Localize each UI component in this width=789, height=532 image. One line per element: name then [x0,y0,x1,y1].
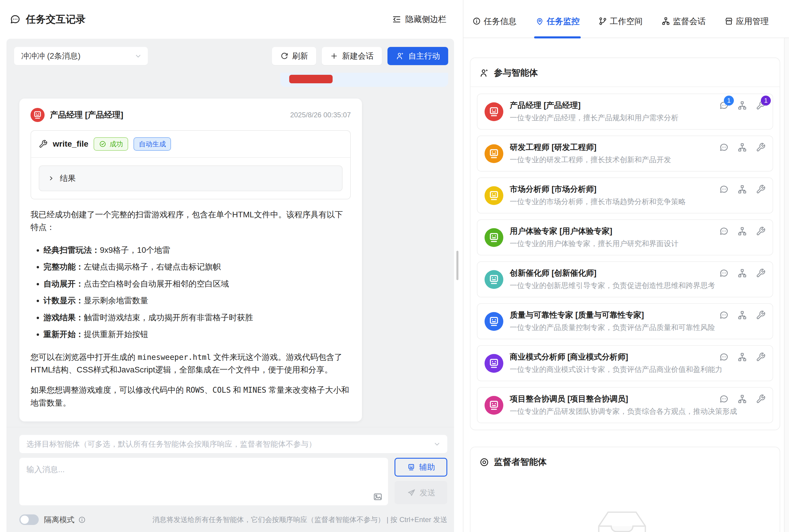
assist-label: 辅助 [419,462,435,473]
agent-name: 市场分析师 [市场分析师] [510,184,596,194]
agent-name: 商业模式分析师 [商业模式分析师] [510,352,628,362]
agent-avatar [485,228,503,247]
message-card: 产品经理 [产品经理] 2025/8/26 00:35:07 write_fil… [19,98,362,421]
chat-count-badge: 1 [724,96,734,106]
partial-red-button[interactable] [289,75,333,83]
agent-description: 一位专业的产品经理，擅长产品规划和用户需求分析 [510,113,766,122]
hide-sidebar-label: 隐藏侧边栏 [405,14,446,25]
agent-sitemap-icon[interactable] [737,142,747,152]
new-session-button[interactable]: 新建会话 [322,47,382,65]
feature-list: 经典扫雷玩法：9x9格子，10个地雷完整功能：左键点击揭示格子，右键点击标记旗帜… [32,244,351,341]
right-scrollbar-track[interactable] [784,38,789,532]
isolation-mode-toggle[interactable] [19,514,39,525]
target-agent-select[interactable]: 选择目标智能体（可多选，默认所有任务智能体会按顺序响应，监督者智能体不参与） [19,435,447,453]
feature-item: 经典扫雷玩法：9x9格子，10个地雷 [43,244,351,256]
tab-pin[interactable]: 任务监控 [535,16,580,38]
isolation-mode-label: 隔离模式 [44,515,75,525]
agent-avatar [485,312,503,331]
tab-branch[interactable]: 工作空间 [598,16,643,38]
agent-wrench-icon[interactable] [756,268,766,278]
agent-chat-icon[interactable] [719,394,729,404]
agent-chat-icon[interactable] [719,226,729,236]
sender-avatar [31,108,44,122]
agent-list: 产品经理 [产品经理] 1 1 一位专业的产品经理，擅长产品规划和用户需求分析 [470,87,779,430]
refresh-button[interactable]: 刷新 [272,47,316,65]
message-para2: 您可以在浏览器中打开生成的 minesweeper.html 文件来玩这个游戏。… [31,351,351,376]
refresh-label: 刷新 [292,51,308,61]
message-scroll-area[interactable]: 产品经理 [产品经理] 2025/8/26 00:35:07 write_fil… [6,73,454,427]
refresh-icon [280,52,288,60]
message-input[interactable] [19,458,388,505]
message-intro: 我已经成功创建了一个完整的扫雷游戏程序，包含在单个HTML文件中。该程序具有以下… [31,208,351,234]
supervisor-header: 监督者智能体 [470,447,779,476]
send-button[interactable]: 发送 [394,481,447,504]
tool-result-toggle[interactable]: 结果 [39,166,343,191]
agent-chat-icon[interactable] [719,352,729,362]
agent-sitemap-icon[interactable] [737,352,747,362]
empty-state-illustration [597,511,647,532]
previous-message-partial [280,73,448,87]
agent-sitemap-icon[interactable] [737,226,747,236]
check-circle-icon [99,140,107,148]
agent-row[interactable]: 项目整合协调员 [项目整合协调员] 一位专业的产品研发团队协调专家，负责综合 [477,387,773,423]
agent-sitemap-icon[interactable] [737,394,747,404]
agents-icon [479,68,489,78]
right-tabs: 任务信息 任务监控 工作空间 监督会话 应用管理 [464,0,789,38]
feature-item: 完整功能：左键点击揭示格子，右键点击标记旗帜 [43,261,351,273]
participants-title: 参与智能体 [494,67,538,79]
composer: 选择目标智能体（可多选，默认所有任务智能体会按顺序响应，监督者智能体不参与） 辅… [6,427,454,532]
agent-sitemap-icon[interactable] [737,185,747,194]
feature-item: 重新开始：提供重新开始按钮 [43,328,351,341]
left-scrollbar-thumb[interactable] [456,251,458,280]
message-input-wrap [19,458,388,507]
agent-row[interactable]: 商业模式分析师 [商业模式分析师] 一位专业的商业模式设计专家，负责评估产品 [477,345,773,381]
tool-count-badge: 1 [761,96,771,106]
agent-wrench-icon[interactable] [756,185,766,194]
agent-wrench-icon[interactable]: 1 [756,100,766,110]
agent-wrench-icon[interactable] [756,352,766,362]
agent-description: 一位专业的产品质量控制专家，负责评估产品质量和可靠性风险 [510,323,766,332]
participants-card: 参与智能体 产品经理 [产品经理] 1 1 [470,57,780,430]
agent-row[interactable]: 创新催化师 [创新催化师] 一位专业的创新思维引导专家，负责促进创造性思维和 [477,261,773,297]
agent-row[interactable]: 研发工程师 [研发工程师] 一位专业的研发工程师，擅长技术创新和产品开发 [477,135,773,172]
agent-name: 用户体验专家 [用户体验专家] [510,226,612,236]
assist-button[interactable]: 辅助 [394,458,447,477]
agent-sitemap-icon[interactable] [737,100,747,110]
tab-sitemap[interactable]: 监督会话 [661,16,706,38]
session-select[interactable]: 冲冲冲 (2条消息) [14,47,148,65]
tab-store[interactable]: 应用管理 [725,16,769,38]
attach-image-icon[interactable] [373,492,383,502]
agent-wrench-icon[interactable] [756,394,766,404]
chat-bubble-icon [10,14,21,25]
tool-status-badge: 成功 [94,137,128,151]
auto-action-button[interactable]: 自主行动 [388,47,448,65]
agent-chat-icon[interactable] [719,310,729,320]
message-body: 我已经成功创建了一个完整的扫雷游戏程序，包含在单个HTML文件中。该程序具有以下… [31,208,351,409]
agent-name: 产品经理 [产品经理] [510,100,580,111]
agent-row[interactable]: 质量与可靠性专家 [质量与可靠性专家] 一位专业的产品质量控制专家，负责评估 [477,303,773,339]
agent-chat-icon[interactable]: 1 [719,100,729,110]
agent-description: 一位专业的研发工程师，擅长技术创新和产品开发 [510,155,766,165]
agent-name: 质量与可靠性专家 [质量与可靠性专家] [510,310,644,320]
agent-avatar [485,270,503,289]
message-timestamp: 2025/8/26 00:35:07 [290,111,351,119]
send-hint: 消息将发送给所有任务智能体，它们会按顺序响应（监督者智能体不参与） | 按 Ct… [152,515,447,525]
agent-wrench-icon[interactable] [756,226,766,236]
left-header: 任务交互记录 隐藏侧边栏 [0,0,463,39]
agent-chat-icon[interactable] [719,185,729,194]
agent-row[interactable]: 市场分析师 [市场分析师] 一位专业的市场分析师，擅长市场趋势分析和竞争策略 [477,177,773,213]
agent-wrench-icon[interactable] [756,142,766,152]
wrench-icon [39,139,48,148]
session-select-value: 冲冲冲 (2条消息) [21,51,81,61]
hide-sidebar-button[interactable]: 隐藏侧边栏 [392,14,446,25]
agent-sitemap-icon[interactable] [737,268,747,278]
agent-avatar [485,144,503,163]
agent-chat-icon[interactable] [719,142,729,152]
agent-chat-icon[interactable] [719,268,729,278]
agent-row[interactable]: 产品经理 [产品经理] 1 1 一位专业的产品经理，擅长产品规划和用户需求分析 [477,94,773,130]
tab-info[interactable]: 任务信息 [472,16,516,38]
agent-row[interactable]: 用户体验专家 [用户体验专家] 一位专业的用户体验专家，擅长用户研究和界面设 [477,220,773,255]
agent-wrench-icon[interactable] [756,310,766,320]
task-interaction-panel: 任务交互记录 隐藏侧边栏 冲冲冲 (2条消息) 刷新 新建会话 自主行动 [0,0,463,532]
agent-sitemap-icon[interactable] [737,310,747,320]
